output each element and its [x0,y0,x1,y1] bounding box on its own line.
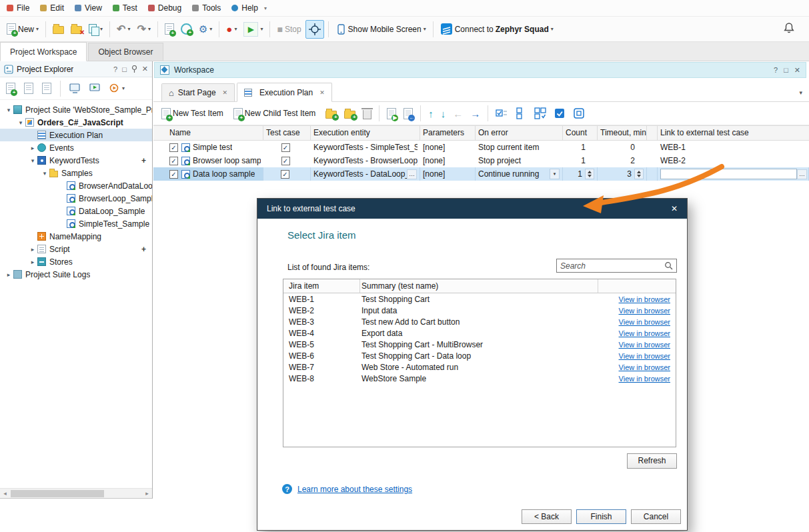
jira-row[interactable]: WEB-7Web Store - Automated runView in br… [283,361,676,373]
count-spinner[interactable] [585,169,594,179]
open-item-button[interactable] [39,79,54,98]
test-case-checkbox[interactable]: ✓ [281,170,289,179]
new-button[interactable]: + New ▾ [4,20,41,39]
undo-button[interactable]: ↶▾ [114,20,133,39]
view-in-browser-link[interactable]: View in browser [619,329,670,337]
view-in-browser-link[interactable]: View in browser [619,341,670,349]
jira-row[interactable]: WEB-5Test Shopping Cart - MultiBrowserVi… [283,339,676,350]
add-keyword-test-button[interactable]: + [141,156,146,165]
menu-debug[interactable]: Debug [143,1,187,15]
refresh-button[interactable]: Refresh [627,453,677,469]
save-copy-button[interactable]: ▾ [86,20,105,39]
close-tab-icon[interactable]: ✕ [319,89,325,96]
jira-row[interactable]: WEB-1Test Shopping CartView in browser [283,293,676,305]
open-button[interactable] [50,20,67,39]
add-item-button[interactable]: + [162,20,177,39]
export-button[interactable]: ▶ [384,104,399,123]
scrollbar-thumb[interactable] [11,490,104,497]
expand-icon[interactable]: ▸ [4,271,13,278]
expand-icon[interactable]: ▾ [40,170,49,177]
cancel-button[interactable]: Cancel [631,509,681,524]
new-child-test-item-button[interactable]: + New Child Test Item [231,104,321,123]
test-case-checkbox[interactable]: ✓ [281,143,290,152]
tab-project-workspace[interactable]: Project Workspace [0,42,87,61]
link-picker-button[interactable]: … [797,169,807,179]
jira-row[interactable]: WEB-2Input dataView in browser [283,305,676,316]
check-group-button[interactable] [532,104,549,123]
uncheck-selected-button[interactable] [570,104,588,123]
expand-icon[interactable]: ▾ [16,119,25,126]
tab-execution-plan[interactable]: Execution Plan ✕ [237,83,332,102]
row-checkbox[interactable]: ✓ [169,170,178,179]
grid-row-data-loop-selected[interactable]: ✓Data loop sample ✓ KeywordTests - DataL… [153,167,809,181]
tree-item-samples[interactable]: ▾Samples [0,167,152,179]
jira-row[interactable]: WEB-4Export dataView in browser [283,327,676,339]
workspace-float-button[interactable]: □ [784,66,788,74]
menu-help[interactable]: Help▾ [226,1,272,15]
tab-list-dropdown[interactable]: ▾ [799,89,802,96]
data-options-button[interactable]: ⚙▾ [196,20,215,39]
column-header-on-error[interactable]: On error [476,126,563,140]
column-header-count[interactable]: Count [563,126,598,140]
panel-help-button[interactable]: ? [113,65,117,73]
indent-button[interactable]: → [468,104,483,123]
tree-item-namemapping[interactable]: NameMapping [0,230,152,243]
column-header-summary[interactable]: Summary (test name) [360,279,598,293]
close-tab-icon[interactable]: ✕ [223,89,228,96]
tree-item-browserloop[interactable]: BrowserLoop_Sample [0,192,152,205]
tab-object-browser[interactable]: Object Browser [88,43,163,61]
move-down-button[interactable]: ↓ [438,104,449,123]
view-in-browser-link[interactable]: View in browser [619,375,670,383]
panel-pin-button[interactable] [131,65,137,73]
tree-item-browseranddataloop[interactable]: BrowserAndDataLoop_ [0,179,152,192]
tree-item-script[interactable]: ▸Script+ [0,243,152,255]
on-error-dropdown[interactable]: ▾ [550,169,560,179]
menu-file[interactable]: File [1,1,35,15]
paste-item-button[interactable]: + [341,104,358,123]
check-all-button[interactable] [493,104,510,123]
view-in-browser-link[interactable]: View in browser [619,295,670,303]
dialog-close-button[interactable]: ✕ [671,204,678,213]
point-and-fix-button[interactable] [305,20,324,39]
menu-overflow-caret[interactable]: ▾ [264,5,267,11]
finish-button[interactable]: Finish [576,509,626,524]
expand-icon[interactable]: ▸ [28,145,37,151]
dialog-title-bar[interactable]: Link to external test case ✕ [257,199,687,219]
tree-item-stores[interactable]: ▸Stores [0,255,152,268]
uncheck-all-button[interactable] [512,104,530,123]
tab-start-page[interactable]: ⌂ Start Page ✕ [161,83,235,101]
tree-item-simpletest[interactable]: SimpleTest_Sample [0,217,152,230]
jira-row[interactable]: WEB-8WebStore SampleView in browser [283,373,676,384]
add-new-item-button[interactable]: + [3,79,18,98]
test-case-checkbox[interactable]: ✓ [281,157,290,165]
workspace-help-button[interactable]: ? [774,66,778,74]
expand-icon[interactable]: ▾ [28,157,37,164]
connect-to-zephyr-button[interactable]: Connect to Zephyr Squad ▾ [438,20,556,39]
add-web-testing-button[interactable]: + [178,20,195,39]
show-mobile-screen-button[interactable]: Show Mobile Screen ▾ [333,20,429,39]
run-project-button[interactable] [87,79,103,98]
panel-close-button[interactable]: ✕ [142,65,148,73]
new-test-item-button[interactable]: + New Test Item [159,104,229,123]
column-header-link[interactable]: Link to external test case [658,126,809,140]
notifications-button[interactable] [782,21,796,37]
workspace-close-button[interactable]: ✕ [794,66,800,75]
menu-tools[interactable]: Tools [187,1,226,15]
row-checkbox[interactable]: ✓ [169,143,178,152]
delete-item-button[interactable] [360,104,374,123]
view-in-browser-link[interactable]: View in browser [619,307,670,315]
import-button[interactable]: ← [401,104,416,123]
run-suite-button[interactable]: ▾ [107,79,127,98]
view-in-browser-link[interactable]: View in browser [619,318,670,326]
grid-row-simple-test[interactable]: ✓Simple test ✓ KeywordTests - SimpleTest… [153,141,809,154]
expand-icon[interactable]: ▸ [28,246,37,253]
jira-row[interactable]: WEB-3Test new Add to Cart buttonView in … [283,316,676,327]
tree-item-project[interactable]: ▾Orders_C#_JavaScript [0,116,152,129]
outdent-button[interactable]: ← [450,104,466,123]
column-header-timeout[interactable]: Timeout, min [598,126,647,140]
tree-item-events[interactable]: ▸Events [0,141,152,154]
horizontal-scrollbar[interactable]: ◂ ▸ [0,488,152,498]
add-script-button[interactable]: + [141,245,146,254]
scroll-right-button[interactable]: ▸ [142,490,152,497]
run-button[interactable]: ▶▾ [241,20,265,39]
